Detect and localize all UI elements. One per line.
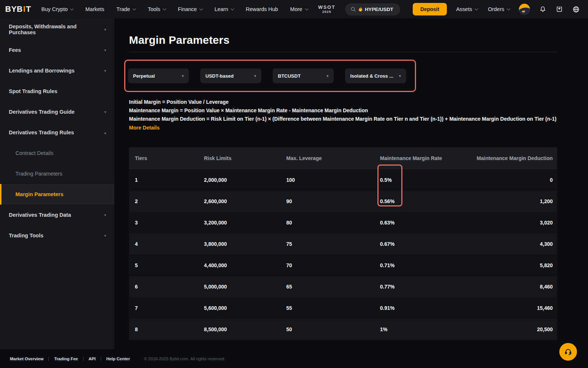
- footer-separator: [83, 357, 83, 361]
- main-nav: Buy CryptoMarketsTradeToolsFinanceLearnR…: [42, 6, 308, 12]
- table-cell: 3,200,000: [204, 220, 286, 226]
- nav-item-markets[interactable]: Markets: [85, 6, 104, 12]
- nav-item-label: Rewards Hub: [246, 6, 278, 12]
- footer-link-help-center[interactable]: Help Center: [106, 357, 130, 361]
- title-divider: [129, 52, 557, 52]
- nav-item-label: Assets: [456, 6, 472, 12]
- sidebar-item-label: Fees: [9, 47, 21, 53]
- copyright: © 2018-2025 Bybit.com. All rights reserv…: [144, 357, 225, 361]
- bell-icon[interactable]: [539, 6, 546, 13]
- table-cell: 4,400,000: [204, 262, 286, 268]
- sidebar-item-fees[interactable]: Fees▾: [0, 40, 114, 60]
- formula-text: Initial Margin = Position Value / Levera…: [129, 98, 557, 106]
- column-header-maintenance-margin-deduction: Maintenance Margin Deduction: [476, 155, 553, 161]
- chevron-down-icon: [474, 7, 478, 10]
- bybit-logo[interactable]: BYBIT: [5, 4, 31, 14]
- globe-icon[interactable]: [572, 6, 580, 13]
- table-cell: 1%: [380, 326, 476, 332]
- main-content: Margin Parameters Perpetual▾USDT-based▾B…: [114, 18, 588, 349]
- filter-dropdown-isolated-cross[interactable]: Isolated & Cross ...▾: [345, 68, 406, 83]
- table-body: 12,000,0001000.5%022,600,000900.56%1,200…: [129, 169, 557, 340]
- support-chat-button[interactable]: [559, 343, 577, 361]
- footer-link-market-overview[interactable]: Market Overview: [10, 357, 43, 361]
- sidebar-item-label: Derivatives Trading Data: [9, 212, 71, 218]
- table-cell: 15,460: [476, 305, 553, 311]
- table-row: 75,600,000550.91%15,460: [129, 297, 557, 319]
- table-cell: 5,600,000: [204, 305, 286, 311]
- more-details-link[interactable]: More Details: [129, 125, 159, 131]
- sidebar-item-lendings-and-borrowings[interactable]: Lendings and Borrowings▾: [0, 60, 114, 81]
- table-cell: 100: [286, 177, 380, 183]
- filter-dropdown-perpetual[interactable]: Perpetual▾: [128, 68, 189, 83]
- chevron-down-icon: [163, 7, 166, 10]
- table-row: 88,500,000501%20,500: [129, 319, 557, 340]
- table-cell: 90: [286, 198, 380, 204]
- table-cell: 75: [286, 241, 380, 247]
- footer-separator: [101, 357, 101, 361]
- download-icon[interactable]: [556, 6, 563, 13]
- navbar-right: Deposit AssetsOrders: [413, 3, 580, 15]
- formula-text: Maintenance Margin = Position Value × Ma…: [129, 106, 557, 115]
- sidebar: Deposits, Withdrawals and Purchases▾Fees…: [0, 18, 114, 349]
- sidebar-item-label: Margin Parameters: [15, 191, 64, 197]
- search-icon: [350, 6, 356, 12]
- chevron-down-icon: ▾: [104, 48, 106, 53]
- nav-item-orders[interactable]: Orders: [488, 6, 510, 12]
- sidebar-item-contract-details[interactable]: Contract Details: [0, 143, 114, 163]
- column-header-risk-limits: Risk Limits: [204, 155, 286, 161]
- nav-item-more[interactable]: More: [290, 6, 308, 12]
- chevron-down-icon: [133, 7, 136, 10]
- table-cell: 0.77%: [380, 284, 476, 290]
- nav-item-buy-crypto[interactable]: Buy Crypto: [42, 6, 74, 12]
- margin-parameters-table: TiersRisk LimitsMax. LeverageMaintenance…: [129, 147, 557, 340]
- sidebar-item-label: Derivatives Trading Guide: [9, 109, 75, 115]
- sidebar-item-derivatives-trading-rules[interactable]: Derivatives Trading Rules▴: [0, 122, 114, 143]
- table-cell: 0.56%: [380, 198, 476, 204]
- nav-item-rewards-hub[interactable]: Rewards Hub: [246, 6, 278, 12]
- footer-link-trading-fee[interactable]: Trading Fee: [54, 357, 78, 361]
- filter-dropdown-btcusdt[interactable]: BTCUSDT▾: [273, 68, 334, 83]
- sidebar-item-derivatives-trading-guide[interactable]: Derivatives Trading Guide▾: [0, 102, 114, 122]
- search-box[interactable]: HYPE/USDT: [345, 3, 400, 15]
- table-cell: 55: [286, 305, 380, 311]
- table-cell: 2,600,000: [204, 198, 286, 204]
- nav-item-label: Learn: [215, 6, 228, 12]
- avatar[interactable]: [519, 4, 530, 15]
- sidebar-item-label: Trading Tools: [9, 233, 43, 238]
- nav-item-label: Trade: [116, 6, 130, 12]
- table-cell: 0.5%: [380, 177, 476, 183]
- table-cell: 50: [286, 326, 380, 332]
- sidebar-item-deposits-withdrawals-and-purchases[interactable]: Deposits, Withdrawals and Purchases▾: [0, 19, 114, 40]
- nav-item-tools[interactable]: Tools: [148, 6, 166, 12]
- table-cell: 0.71%: [380, 262, 476, 268]
- table-row: 33,200,000800.63%3,020: [129, 212, 557, 233]
- nav-item-label: Tools: [148, 6, 160, 12]
- table-cell: 1,200: [476, 198, 553, 204]
- chevron-down-icon: ▾: [399, 74, 401, 78]
- filter-dropdown-value: Isolated & Cross ...: [350, 73, 393, 79]
- nav-item-assets[interactable]: Assets: [456, 6, 478, 12]
- chevron-down-icon: ▾: [182, 74, 184, 78]
- sidebar-item-spot-trading-rules[interactable]: Spot Trading Rules: [0, 81, 114, 102]
- sidebar-item-label: Trading Parameters: [15, 171, 62, 177]
- nav-item-finance[interactable]: Finance: [178, 6, 202, 12]
- footer-link-api[interactable]: API: [89, 357, 96, 361]
- filter-dropdown-usdt-based[interactable]: USDT-based▾: [200, 68, 261, 83]
- logo-text: BYB: [5, 4, 23, 14]
- table-cell: 3: [135, 220, 204, 226]
- nav-item-trade[interactable]: Trade: [116, 6, 136, 12]
- wsot-2025-logo[interactable]: WSOT 2025: [318, 5, 336, 14]
- sidebar-item-derivatives-trading-data[interactable]: Derivatives Trading Data▾: [0, 205, 114, 225]
- sidebar-item-margin-parameters[interactable]: Margin Parameters: [0, 184, 114, 205]
- nav-item-label: Markets: [85, 6, 104, 12]
- table-cell: 2: [135, 198, 204, 204]
- sidebar-item-trading-tools[interactable]: Trading Tools▾: [0, 225, 114, 246]
- nav-item-learn[interactable]: Learn: [215, 6, 234, 12]
- sidebar-item-trading-parameters[interactable]: Trading Parameters: [0, 163, 114, 184]
- deposit-button[interactable]: Deposit: [413, 3, 447, 15]
- table-row: 43,800,000750.67%4,300: [129, 233, 557, 255]
- table-cell: 0.63%: [380, 220, 476, 226]
- logo-accent: I: [23, 4, 26, 14]
- sidebar-item-label: Derivatives Trading Rules: [9, 130, 74, 135]
- annotation-box-filters: Perpetual▾USDT-based▾BTCUSDT▾Isolated & …: [124, 60, 416, 92]
